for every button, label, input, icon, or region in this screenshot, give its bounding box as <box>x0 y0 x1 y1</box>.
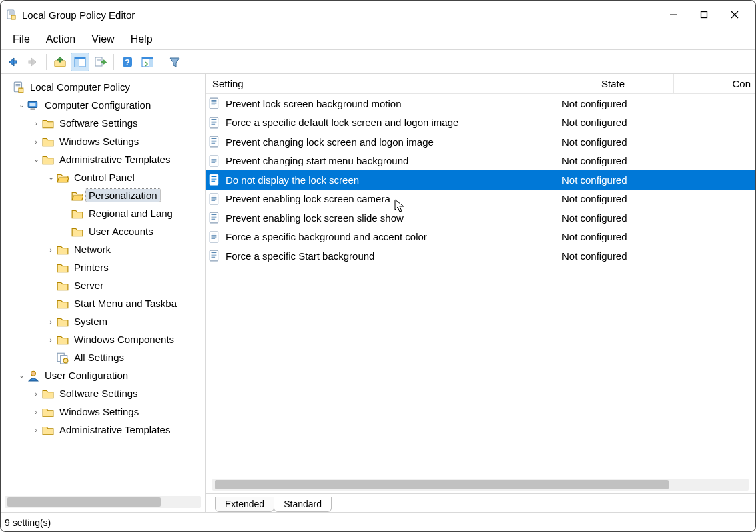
menu-action[interactable]: Action <box>38 31 83 48</box>
setting-state: Not configured <box>552 231 674 242</box>
window-controls <box>658 4 750 25</box>
tabstrip: Extended Standard <box>206 493 755 512</box>
svg-rect-12 <box>59 59 61 62</box>
tree-user-config[interactable]: ⌄User Configuration <box>17 366 205 384</box>
tree-hscrollbar[interactable] <box>5 496 201 508</box>
setting-row[interactable]: Prevent changing lock screen and logon i… <box>206 132 755 152</box>
policy-item-icon <box>208 193 220 205</box>
back-button[interactable] <box>3 53 22 71</box>
show-hide-actions-button[interactable] <box>138 53 157 71</box>
chevron-right-icon[interactable]: › <box>46 318 55 326</box>
chevron-right-icon[interactable]: › <box>46 336 55 344</box>
menu-view[interactable]: View <box>83 31 122 48</box>
chevron-down-icon[interactable]: ⌄ <box>17 371 26 380</box>
minimize-button[interactable] <box>658 4 689 25</box>
tree-printers[interactable]: Printers <box>46 258 205 276</box>
setting-row[interactable]: Do not display the lock screenNot config… <box>206 170 755 190</box>
chevron-right-icon[interactable]: › <box>31 390 41 398</box>
chevron-right-icon[interactable]: › <box>31 426 41 434</box>
help-button[interactable]: ? <box>118 53 137 71</box>
tree-view[interactable]: Local Computer Policy ⌄ Computer Configu… <box>1 74 205 493</box>
menu-file[interactable]: File <box>5 31 38 48</box>
folder-icon <box>42 154 54 166</box>
chevron-down-icon[interactable]: ⌄ <box>46 173 55 182</box>
tree-uc-windows[interactable]: ›Windows Settings <box>31 403 205 421</box>
folder-icon <box>57 244 69 256</box>
up-button[interactable] <box>51 53 69 71</box>
col-comment[interactable]: Con <box>674 74 755 93</box>
setting-name: Force a specific Start background <box>226 250 374 262</box>
setting-row[interactable]: Force a specific Start backgroundNot con… <box>206 246 755 266</box>
tree-cc-windows[interactable]: ›Windows Settings <box>31 132 205 150</box>
forward-button[interactable] <box>23 53 42 71</box>
policy-item-icon <box>208 97 220 109</box>
tree-cc-admin-templates[interactable]: ⌄Administrative Templates <box>31 150 205 168</box>
tree-server[interactable]: Server <box>46 276 205 294</box>
tree-uc-admin-templates[interactable]: ›Administrative Templates <box>31 421 205 439</box>
tree-start-menu[interactable]: Start Menu and Taskba <box>46 294 205 312</box>
tree-root[interactable]: Local Computer Policy <box>2 78 205 96</box>
col-setting[interactable]: Setting <box>206 74 552 93</box>
tree-all-settings[interactable]: All Settings <box>46 348 205 366</box>
chevron-right-icon[interactable]: › <box>31 408 41 416</box>
tree-pane: Local Computer Policy ⌄ Computer Configu… <box>1 74 206 512</box>
chevron-down-icon[interactable]: ⌄ <box>31 155 41 164</box>
tree-windows-components[interactable]: ›Windows Components <box>46 330 205 348</box>
svg-text:?: ? <box>125 57 130 67</box>
setting-row[interactable]: Prevent lock screen background motionNot… <box>206 94 755 113</box>
setting-row[interactable]: Prevent enabling lock screen slide showN… <box>206 208 755 228</box>
chevron-down-icon[interactable]: ⌄ <box>17 101 26 109</box>
status-count: 9 setting(s) <box>5 517 64 528</box>
tree-regional[interactable]: Regional and Lang <box>61 204 205 222</box>
tree-network[interactable]: ›Network <box>46 240 205 258</box>
folder-open-icon <box>71 190 83 202</box>
tab-extended[interactable]: Extended <box>215 497 274 512</box>
policy-item-icon <box>208 231 220 243</box>
close-button[interactable] <box>719 4 750 25</box>
list-hscrollbar[interactable] <box>212 479 749 491</box>
tree-personalization[interactable]: Personalization <box>61 186 205 204</box>
tree-cc-software[interactable]: ›Software Settings <box>31 114 205 132</box>
svg-rect-9 <box>13 61 17 63</box>
chevron-right-icon[interactable]: › <box>46 246 55 254</box>
menu-help[interactable]: Help <box>123 31 161 48</box>
app-window: Local Group Policy Editor File Action Vi… <box>0 0 756 532</box>
setting-state: Not configured <box>552 250 674 262</box>
svg-rect-30 <box>31 108 35 109</box>
toolbar: ? <box>1 50 755 74</box>
setting-state: Not configured <box>552 98 674 109</box>
policy-icon <box>13 81 25 93</box>
policy-item-icon <box>208 117 220 129</box>
user-icon <box>27 370 39 382</box>
setting-name: Force a specific background and accent c… <box>226 231 427 242</box>
maximize-button[interactable] <box>689 4 719 25</box>
chevron-right-icon[interactable]: › <box>31 119 41 127</box>
filter-button[interactable] <box>165 53 184 71</box>
tree-control-panel[interactable]: ⌄Control Panel <box>46 168 205 186</box>
svg-rect-4 <box>11 15 15 19</box>
tree-user-accounts[interactable]: User Accounts <box>61 222 205 240</box>
chevron-right-icon[interactable]: › <box>31 138 41 146</box>
setting-row[interactable]: Force a specific default lock screen and… <box>206 113 755 133</box>
setting-row[interactable]: Prevent enabling lock screen cameraNot c… <box>206 190 755 209</box>
export-list-button[interactable] <box>91 53 109 71</box>
menubar: File Action View Help <box>1 29 755 50</box>
folder-icon <box>42 388 54 400</box>
policy-item-icon <box>208 250 220 262</box>
computer-icon <box>27 99 39 111</box>
setting-name: Prevent enabling lock screen slide show <box>226 212 404 224</box>
setting-row[interactable]: Force a specific background and accent c… <box>206 228 755 247</box>
list-body[interactable]: Prevent lock screen background motionNot… <box>206 94 755 475</box>
setting-name: Prevent changing lock screen and logon i… <box>226 136 434 148</box>
tree-uc-software[interactable]: ›Software Settings <box>31 384 205 403</box>
col-state[interactable]: State <box>552 74 674 93</box>
tree-system[interactable]: ›System <box>46 312 205 330</box>
setting-row[interactable]: Prevent changing start menu backgroundNo… <box>206 152 755 171</box>
svg-rect-23 <box>142 57 153 59</box>
show-hide-tree-button[interactable] <box>71 53 89 71</box>
svg-rect-6 <box>701 12 707 18</box>
tab-standard[interactable]: Standard <box>274 497 332 512</box>
tree-computer-config[interactable]: ⌄ Computer Configuration <box>17 96 205 114</box>
folder-icon <box>42 117 54 129</box>
setting-state: Not configured <box>552 212 674 224</box>
